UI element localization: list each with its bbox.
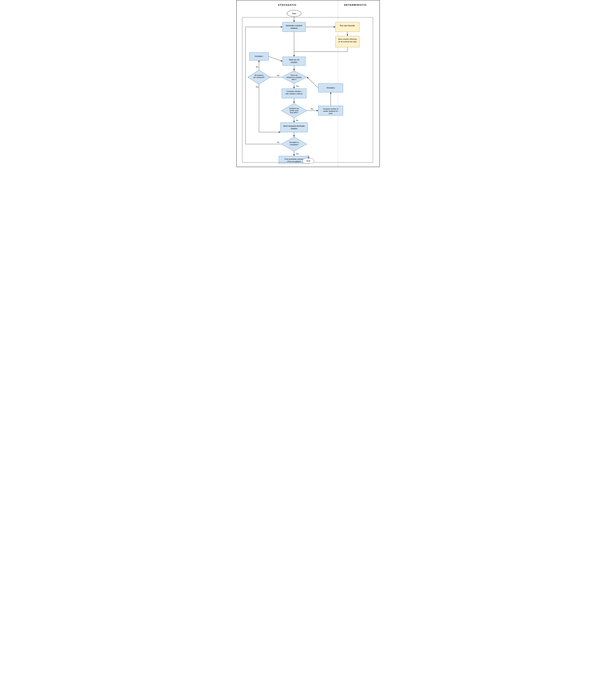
- solutions-similar-label-3: than 90%?: [290, 112, 298, 113]
- increase-similar-label-2: similar solutions to i: [323, 110, 338, 112]
- page: STOCHASTIC DETERMINISTIC Start Generate …: [236, 0, 380, 167]
- solutions-compare-label-2: solutions to compare: [286, 76, 302, 78]
- store-solution-det-label-1: Store solution (Devices: [338, 38, 357, 40]
- header: STOCHASTIC DETERMINISTIC: [240, 3, 376, 6]
- end-column: End: [303, 155, 314, 163]
- simulation-completed-label-2: completed?: [290, 143, 298, 146]
- generate-random-box: [283, 22, 306, 32]
- store-temporal-box: [281, 123, 308, 132]
- arrowhead-end: [308, 157, 309, 158]
- compare-solution-label-2: with solution j with j≠i: [285, 93, 303, 95]
- solutions-similar-label-2: similar more: [289, 110, 299, 111]
- yes-label-similar: Yes: [310, 108, 313, 110]
- store-temporal-label-1: Store temporal stochastic: [283, 125, 305, 127]
- flowchart-svg: Start Generate a random instance Run own…: [240, 8, 377, 164]
- yes-label-sim: Yes: [296, 153, 299, 155]
- store-ith-label-1: Store as i-th: [289, 59, 299, 61]
- yes-label-solutions-compare: Yes: [296, 85, 299, 87]
- simulation-completed-label-1: Simulation is: [289, 141, 299, 143]
- store-ith-label-2: solution: [291, 61, 297, 63]
- run-heuristic-box: [335, 22, 359, 32]
- flowchart: Start Generate a random instance Run own…: [240, 8, 376, 164]
- yes-label-all-solutions: Yes: [256, 86, 259, 88]
- increase-i-label: Increase i: [255, 55, 263, 58]
- increase-similar-label-3: and j: [329, 112, 333, 114]
- end-oval: End: [303, 158, 314, 163]
- no-label-sim: No: [277, 141, 279, 143]
- arrow-find-to-end: [308, 155, 309, 157]
- increase-j-label: Increase j: [326, 87, 335, 89]
- increase-similar-label-1: Increase number of: [323, 108, 338, 110]
- solutions-compare-label-3: with i?: [291, 79, 296, 80]
- arrow-increase-i-to-store: [268, 57, 282, 61]
- no-label-solutions: No: [277, 74, 279, 76]
- start-label: Start: [292, 12, 296, 15]
- run-heuristic-label-1: Run own heuristic: [340, 25, 355, 27]
- end-area: End: [240, 155, 383, 163]
- generate-random-label-1: Generate a random: [286, 25, 302, 27]
- no-label-similar: No: [296, 119, 298, 121]
- all-solutions-label-2: are compared?: [253, 76, 265, 78]
- all-solutions-label-1: All solutions: [255, 74, 263, 76]
- no-label-all-solutions: No: [256, 66, 258, 68]
- stochastic-label: STOCHASTIC: [240, 3, 335, 6]
- compare-solution-label-1: Compare solution i: [286, 90, 302, 92]
- deterministic-label: DETERMINISTIC: [335, 3, 376, 6]
- solutions-compare-label-1: There are: [290, 74, 298, 76]
- store-temporal-label-2: solution: [291, 128, 297, 130]
- store-solution-det-label-2: on at a period per day): [338, 41, 357, 43]
- arrow-increase-j-to-diamond: [307, 77, 318, 88]
- solutions-similar-label-1: Solutions are: [289, 107, 299, 109]
- generate-random-label-2: instance: [290, 27, 298, 29]
- end-label: End: [307, 160, 310, 162]
